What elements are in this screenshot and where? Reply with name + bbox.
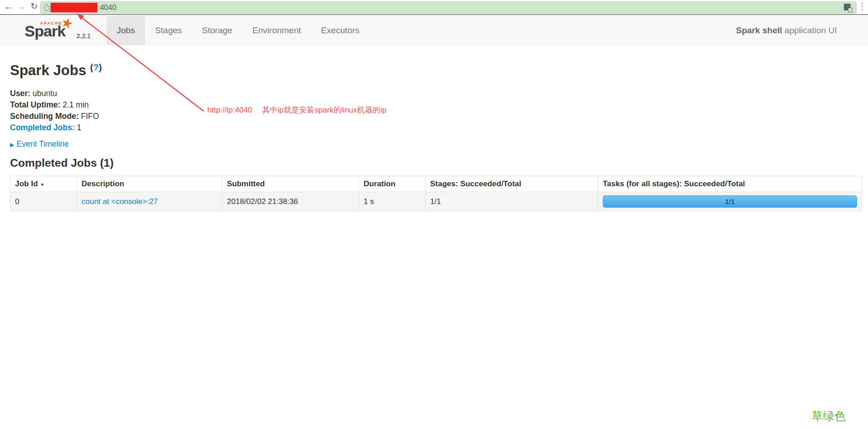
page-title: Spark Jobs (?) — [10, 62, 862, 79]
sort-caret-icon: ▾ — [41, 182, 44, 187]
annotation-text: http://ip:4040 其中ip就是安装spark的linux机器的ip — [207, 105, 386, 115]
col-duration[interactable]: Duration — [359, 176, 426, 192]
summary-scheduling-mode: Scheduling Mode: FIFO — [10, 111, 862, 122]
completed-jobs-heading: Completed Jobs (1) — [10, 157, 862, 169]
application-title-suffix: application UI — [782, 26, 837, 35]
cell-duration: 1 s — [359, 192, 426, 211]
summary-scheduling-label: Scheduling Mode: — [10, 112, 79, 121]
summary-user-value: ubuntu — [31, 89, 57, 98]
summary-scheduling-value: FIFO — [79, 112, 99, 121]
browser-menu-icon[interactable]: ⋮ — [858, 1, 866, 11]
summary-uptime-value: 2.1 min — [61, 100, 89, 109]
main-content: Spark Jobs (?) User: ubuntu Total Uptime… — [10, 45, 862, 211]
spark-logo-wordmark: Spark — [25, 22, 66, 40]
spark-star-icon: ★ — [59, 14, 75, 33]
summary-completed-value: 1 — [75, 123, 82, 132]
page-info-icon[interactable] — [45, 5, 50, 11]
summary-user-label: User: — [10, 89, 31, 98]
tab-storage[interactable]: Storage — [192, 16, 242, 45]
event-timeline-label: Event Timeline — [16, 139, 69, 148]
address-bar[interactable]: :4040 — [40, 1, 857, 14]
url-text[interactable]: :4040 — [98, 4, 116, 12]
browser-reload-icon[interactable]: ↻ — [28, 1, 40, 11]
col-job-id[interactable]: Job Id▾ — [10, 176, 77, 192]
help-paren-close: ) — [99, 62, 102, 72]
job-summary-list: User: ubuntu Total Uptime: 2.1 min Sched… — [10, 88, 862, 133]
translate-icon[interactable] — [844, 4, 851, 10]
cell-job-id: 0 — [10, 192, 77, 211]
spark-navbar: APACHE Spark ★ 2.2.1 Jobs Stages Storage… — [0, 16, 868, 45]
spark-version: 2.2.1 — [77, 32, 91, 40]
help-question-link[interactable]: ? — [93, 62, 98, 72]
browser-forward-icon[interactable]: → — [15, 1, 27, 12]
page-title-text: Spark Jobs — [10, 62, 86, 78]
tab-stages[interactable]: Stages — [145, 16, 192, 45]
tab-jobs[interactable]: Jobs — [107, 16, 145, 45]
table-header-row: Job Id▾ Description Submitted Duration S… — [10, 176, 862, 192]
cell-submitted: 2018/02/02 21:38:36 — [222, 192, 359, 211]
help-sup: (?) — [90, 62, 102, 72]
event-timeline-toggle[interactable]: ▶Event Timeline — [10, 139, 862, 149]
tasks-progress-bar: 1/1 — [603, 195, 857, 208]
summary-user: User: ubuntu — [10, 88, 862, 99]
tab-executors[interactable]: Executors — [311, 16, 370, 45]
browser-back-icon[interactable]: ← — [3, 1, 15, 12]
summary-uptime: Total Uptime: 2.1 min — [10, 99, 862, 111]
cell-description: count at <console>:27 — [77, 192, 222, 211]
tab-environment[interactable]: Environment — [242, 16, 311, 45]
summary-uptime-label: Total Uptime: — [10, 100, 61, 109]
summary-completed-jobs: Completed Jobs: 1 — [10, 122, 862, 133]
completed-jobs-link[interactable]: Completed Jobs: — [10, 123, 75, 132]
redacted-ip-overlay — [51, 3, 98, 12]
spark-logo[interactable]: APACHE Spark ★ 2.2.1 — [21, 18, 89, 43]
col-submitted[interactable]: Submitted — [222, 176, 359, 192]
navbar-tabs: Jobs Stages Storage Environment Executor… — [107, 16, 370, 45]
col-stages[interactable]: Stages: Succeeded/Total — [426, 176, 598, 192]
application-title: Spark shell application UI — [736, 16, 837, 45]
cell-tasks-progress: 1/1 — [598, 192, 862, 211]
browser-toolbar: ← → ↻ :4040 ⋮ — [0, 0, 868, 15]
col-job-id-label: Job Id — [15, 179, 38, 188]
job-description-link[interactable]: count at <console>:27 — [82, 197, 158, 206]
collapse-arrow-icon: ▶ — [10, 142, 14, 148]
table-row: 0 count at <console>:27 2018/02/02 21:38… — [10, 192, 862, 211]
application-name: Spark shell — [736, 26, 782, 35]
watermark-text: 草绿色 — [812, 409, 846, 424]
col-tasks[interactable]: Tasks (for all stages): Succeeded/Total — [598, 176, 862, 192]
cell-stages: 1/1 — [426, 192, 598, 211]
completed-jobs-table: Job Id▾ Description Submitted Duration S… — [10, 176, 862, 211]
col-description[interactable]: Description — [77, 176, 222, 192]
